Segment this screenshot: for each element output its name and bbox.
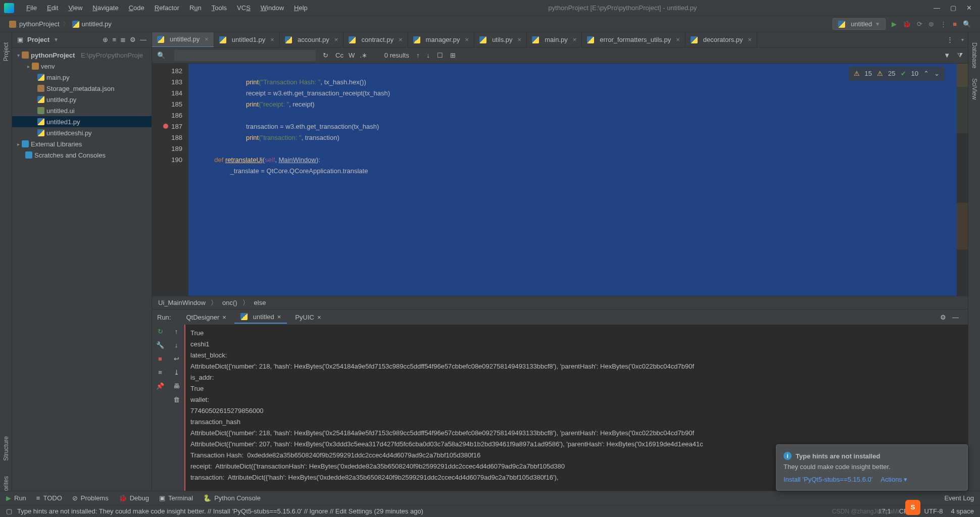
close-icon[interactable]: × (518, 36, 522, 43)
down-icon[interactable]: ⌄ (934, 68, 940, 79)
rerun-button[interactable]: ↻ (158, 328, 163, 335)
stop-run-button[interactable]: ■ (158, 355, 162, 363)
trash-icon[interactable]: 🗑 (173, 396, 180, 403)
inspections-widget[interactable]: ⚠15 ⚠25 ✔10 ⌃⌄ (849, 67, 945, 81)
close-icon[interactable]: × (317, 314, 321, 321)
stop-button[interactable]: ■ (953, 20, 957, 28)
tab-main[interactable]: main.py× (527, 32, 582, 47)
menu-file[interactable]: FFileile (22, 2, 41, 14)
close-icon[interactable]: × (748, 36, 752, 43)
bottom-eventlog[interactable]: 1Event Log (944, 494, 974, 502)
tree-file-untitled-ui[interactable]: untitled.ui (12, 105, 152, 116)
close-icon[interactable]: × (270, 36, 274, 43)
select-all-icon[interactable]: ☐ (437, 51, 443, 59)
attach-button[interactable]: ⋮ (940, 20, 947, 28)
filter-icon[interactable]: ▼ (944, 51, 950, 59)
bc-method[interactable]: onc() (222, 299, 237, 306)
tab-utils[interactable]: utils.py× (474, 32, 527, 47)
rail-database[interactable]: Database (971, 42, 978, 68)
error-stripe[interactable] (957, 64, 968, 296)
rail-project[interactable]: Project (3, 42, 10, 61)
pin-icon[interactable]: 📌 (156, 382, 164, 390)
menu-view[interactable]: View (64, 2, 86, 14)
profile-button[interactable]: ⊚ (928, 20, 934, 28)
close-icon[interactable]: × (222, 314, 226, 321)
tabs-more-icon[interactable]: ⋮ (943, 36, 957, 43)
close-icon[interactable]: × (676, 36, 680, 43)
up-arrow-icon[interactable]: ↑ (175, 328, 178, 335)
tabs-dropdown-icon[interactable]: ▾ (957, 37, 968, 42)
next-match-icon[interactable]: ↓ (426, 51, 430, 59)
close-icon[interactable]: × (573, 36, 577, 43)
expand-all-icon[interactable]: ≡ (112, 36, 116, 43)
tree-file-storage[interactable]: Storage_metadata.json (12, 83, 152, 94)
history-icon[interactable]: ↻ (323, 51, 328, 59)
bc-stmt[interactable]: else (254, 299, 266, 306)
words-button[interactable]: W (349, 51, 355, 59)
prev-match-icon[interactable]: ↑ (416, 51, 420, 59)
tab-account[interactable]: account.py× (280, 32, 344, 47)
funnel-icon[interactable]: ⧩ (957, 51, 963, 60)
tree-root[interactable]: ▾pythonProject E:\pyPro\pythonProje (12, 49, 152, 61)
soft-wrap-icon[interactable]: ↩ (174, 355, 179, 363)
run-config-selector[interactable]: untitled ▼ (832, 18, 886, 30)
menu-help[interactable]: Help (290, 2, 312, 14)
settings-icon[interactable]: ⚙ (130, 36, 136, 43)
bottom-pyconsole[interactable]: 🐍Python Console (203, 494, 261, 502)
bottom-problems[interactable]: ⊘Problems (72, 494, 109, 502)
menu-edit[interactable]: Edit (43, 2, 62, 14)
tree-file-untitled[interactable]: untitled.py (12, 94, 152, 105)
bottom-todo[interactable]: ≡TODO (36, 494, 62, 502)
coverage-button[interactable]: ⟳ (917, 20, 922, 28)
chevron-down-icon[interactable]: ▼ (54, 37, 59, 42)
tab-decorators[interactable]: decorators.py× (685, 32, 757, 47)
bottom-terminal[interactable]: ▣Terminal (159, 494, 193, 502)
bc-class[interactable]: Ui_MainWindow (158, 299, 206, 306)
regex-button[interactable]: .∗ (360, 51, 367, 59)
tab-error-formatters[interactable]: error_formatters_utils.py× (582, 32, 685, 47)
up-icon[interactable]: ⌃ (923, 68, 929, 79)
close-icon[interactable]: × (465, 36, 469, 43)
close-icon[interactable]: × (277, 313, 281, 321)
tree-folder-venv[interactable]: ▸venv (12, 61, 152, 72)
breakpoint-icon[interactable] (163, 124, 168, 129)
menu-tools[interactable]: Tools (208, 2, 231, 14)
menu-refactor[interactable]: Refactor (151, 2, 183, 14)
code-content[interactable]: 💡 print("Transaction Hash: ", tx_hash.he… (188, 64, 957, 296)
search-input[interactable] (174, 50, 316, 61)
gear-icon[interactable]: ⚙ (940, 314, 946, 321)
match-case-button[interactable]: Cc (335, 51, 344, 59)
wrench-icon[interactable]: 🔧 (156, 341, 164, 349)
tab-manager[interactable]: manager.py× (408, 32, 475, 47)
search-icon[interactable]: 🔍 (157, 51, 167, 59)
menu-run[interactable]: Run (185, 2, 206, 14)
tree-file-main[interactable]: main.py (12, 72, 152, 83)
add-selection-icon[interactable]: ⊞ (450, 51, 456, 59)
menu-window[interactable]: Window (257, 2, 288, 14)
notif-actions-link[interactable]: Actions ▾ (880, 476, 907, 483)
status-tool-icon[interactable]: ▢ (6, 507, 12, 515)
tree-file-untitled1[interactable]: untitled1.py (12, 116, 152, 127)
tree-file-untitledceshi[interactable]: untitledceshi.py (12, 127, 152, 138)
select-opened-icon[interactable]: ⊕ (103, 36, 108, 43)
notif-install-link[interactable]: Install 'PyQt5-stubs==5.15.6.0' (783, 476, 872, 483)
indent[interactable]: 4 space (951, 507, 974, 515)
down-arrow-icon[interactable]: ↓ (175, 341, 178, 349)
search-everywhere-button[interactable]: 🔍 (963, 20, 971, 28)
crumb-file[interactable]: untitled.py (82, 20, 112, 28)
close-icon[interactable]: × (205, 35, 209, 43)
tab-contract[interactable]: contract.py× (344, 32, 408, 47)
run-tab-pyuic[interactable]: PyUIC× (289, 312, 327, 323)
tree-external-libs[interactable]: ▸External Libraries (12, 138, 152, 149)
tab-untitled[interactable]: untitled.py× (152, 32, 214, 47)
rail-structure[interactable]: Structure (3, 436, 10, 461)
bottom-debug[interactable]: 🐞Debug (119, 494, 149, 502)
tree-scratches[interactable]: Scratches and Consoles (12, 149, 152, 161)
encoding[interactable]: UTF-8 (924, 507, 943, 515)
print-icon[interactable]: 🖶 (173, 382, 180, 390)
crumb-project[interactable]: pythonProject (19, 20, 60, 28)
scroll-end-icon[interactable]: ⤓ (174, 369, 179, 376)
menu-navigate[interactable]: Navigate (88, 2, 122, 14)
hide-run-icon[interactable]: — (952, 314, 959, 321)
close-icon[interactable]: × (399, 36, 403, 43)
